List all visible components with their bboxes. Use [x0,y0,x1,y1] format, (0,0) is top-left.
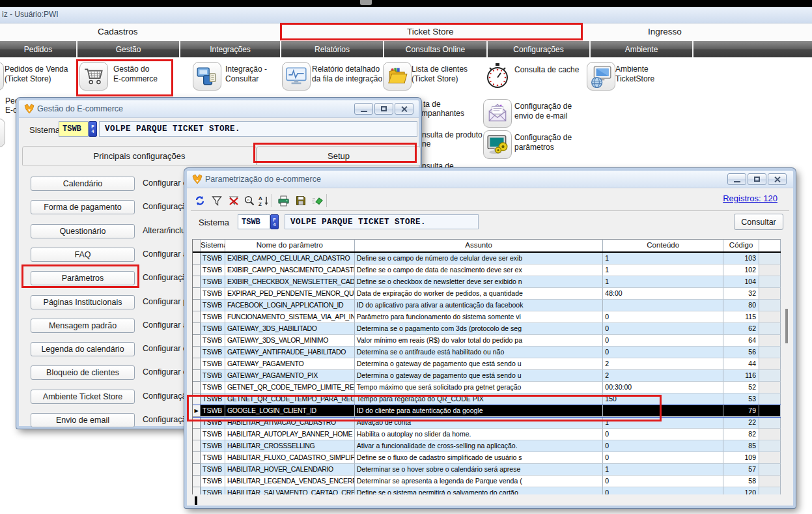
sistema-name-field[interactable]: VOLPE PARQUE TICKET STORE. [99,121,417,137]
shortcut-gestao-ecommerce[interactable] [79,62,108,91]
menu-item-ingresso[interactable]: Ingresso [648,27,682,36]
print-icon[interactable] [277,194,290,207]
run-clear-icon[interactable] [311,194,324,207]
table-row[interactable]: TSWBHABILITAR_AUTOPLAY_BANNER_HOMEHabili… [193,429,781,440]
table-row[interactable]: TSWBEXPIRAR_PED_PENDENTE_MENOR_QUEData d… [193,288,781,300]
cell-conteudo: 1 [603,464,723,476]
button-envio-de-email[interactable]: Envio de email [31,413,135,427]
ribbon-tab-4[interactable]: Relatórios [281,41,384,57]
shortcut-consulta-cache-label[interactable]: Consulta de cache [514,65,579,75]
cut-off-icon [0,62,4,91]
sort-az-icon[interactable]: A Z [257,194,270,207]
table-row[interactable]: TSWBGATEWAY_ANTIFRAUDE_HABILITADODetermi… [193,347,781,358]
tab-setup[interactable]: Setup [257,146,421,165]
row-indicator [193,429,201,440]
shortcut-config-email-label[interactable]: Configuração de envio de e-mail [514,102,572,121]
ribbon-tab-2[interactable]: Gestão [77,41,180,57]
table-row[interactable]: TSWBFUNCIONAMENTO_SISTEMA_VIA_API_INTEPa… [193,311,781,323]
refresh-icon[interactable] [193,194,206,207]
button-forma-de-pagamento[interactable]: Forma de pagamento [31,200,135,214]
table-row[interactable]: TSWBHABILITAR_CROSSSELLINGAtivar a funci… [193,440,781,452]
close-button[interactable] [395,103,413,115]
table-row[interactable]: TSWBGATEWAY_PAGAMENTO_PIXDetermina o gat… [193,370,781,382]
find-icon[interactable]: n [243,194,256,207]
f4-lookup-button[interactable]: F4 [89,121,97,137]
filter-icon[interactable] [210,194,223,207]
fox-app-icon [24,104,35,114]
ribbon-tab-5[interactable]: Consultas Online [384,41,488,57]
sistema-code-field[interactable]: TSWB [238,214,270,229]
button-question-rio[interactable]: Questionário [31,224,135,238]
shortcut-ambiente-ticketstore[interactable] [587,62,615,91]
ribbon-tab-7[interactable]: Ambiente [591,41,693,57]
sistema-name-field[interactable]: VOLPE PARQUE TICKET STORE. [285,214,479,229]
f4-lookup-button[interactable]: F4 [270,214,279,229]
table-row[interactable]: TSWBFACEBOOK_LOGIN_APPLICATION_IDID do a… [193,300,781,311]
ribbon-tab-6[interactable]: Configurações [488,41,591,57]
button-calend-rio[interactable]: Calendário [31,177,135,191]
column-header-0[interactable]: Sistema [201,240,225,251]
table-row[interactable]: ▶TSWBGOOGLE_LOGIN_CLIENT_IDID do cliente… [193,405,781,417]
button-legenda-do-calend-rio[interactable]: Legenda do calendário [31,342,135,356]
clear-filter-icon[interactable] [227,194,240,207]
shortcut-ambiente-ticketstore-label[interactable]: Ambiente TicketStore [615,64,654,83]
table-row[interactable]: TSWBGETNET_QR_CODE_TEMPO_LIMITE_REGETemp… [193,382,781,393]
menu-item-ticket-store[interactable]: Ticket Store [407,27,454,36]
button-p-ginas-institucionais[interactable]: Páginas Institucionais [31,295,135,309]
vertical-scrollbar[interactable] [785,309,788,343]
shortcut-relatorio-fila[interactable] [282,62,311,91]
tab-principais-configuracoes[interactable]: Principais configurações [22,146,257,165]
ribbon-tab-3[interactable]: Integrações [180,41,281,57]
maximize-button[interactable] [374,103,393,115]
shortcut-pedidos-venda[interactable]: Pedidos de Venda (Ticket Store) [5,64,68,83]
button-mensagem-padr-o[interactable]: Mensagem padrão [31,319,135,333]
cell-sistema: TSWB [201,276,225,288]
shortcut-relatorio-fila-label[interactable]: Relatório detalhado da fila de integraçã… [312,64,382,83]
sistema-code-field[interactable]: TSWB [59,121,89,137]
column-header-4[interactable]: Código [723,240,759,251]
shortcut-integracao-label[interactable]: Integração - Consultar [225,64,267,83]
column-header-3[interactable]: Conteúdo [603,240,723,251]
column-header-1[interactable]: Nome do parâmetro [225,240,355,251]
shortcut-config-email[interactable] [483,99,512,128]
shortcut-config-parametros[interactable] [483,130,512,159]
shortcut-integracao[interactable] [193,62,221,91]
shortcut-consulta-cache[interactable] [483,62,512,91]
maximize-button[interactable] [748,173,766,185]
table-row[interactable]: TSWBGATEWAY_3DS_VALOR_MINIMOValor mínimo… [193,335,781,347]
button-par-metros[interactable]: Parâmetros [31,271,135,285]
environment-icon [587,62,615,91]
registros-link[interactable]: Registros: 120 [723,193,777,203]
table-row[interactable]: TSWBGATEWAY_PAGAMENTODetermina o gateway… [193,358,781,370]
button-description: Configuraçã [143,273,186,282]
table-row[interactable]: TSWBHABILITAR_LEGENDA_VENDAS_ENCERRADDet… [193,476,781,487]
table-row[interactable]: TSWBEXIBIR_CAMPO_NASCIMENTO_CADASTRODefi… [193,264,781,276]
table-row[interactable]: TSWBEXIBIR_CAMPO_CELULAR_CADASTRODefine … [193,253,781,264]
button-bloqueio-de-clientes[interactable]: Bloqueio de clientes [31,365,135,380]
close-button[interactable] [768,173,787,185]
menu-item-cadastros[interactable]: Cadastros [98,27,138,36]
consultar-button[interactable]: Consultar [734,214,783,230]
button-faq[interactable]: FAQ [31,248,135,262]
button-ambiente-ticket-store[interactable]: Ambiente Ticket Store [31,390,135,404]
cell-assunto: Determinar se apresenta a legenda de Par… [355,476,604,487]
button-description: Configurar c [143,178,187,188]
table-row[interactable]: TSWBHABILITAR_FLUXO_CADASTRO_SIMPLIFICAD… [193,452,781,464]
minimize-button[interactable] [354,103,373,115]
column-header-2[interactable]: Assunto [355,240,604,251]
shortcut-lista-clientes[interactable] [383,62,412,91]
table-row[interactable]: TSWBHABILITAR_HOVER_CALENDARIODeterminar… [193,464,781,476]
shortcut-gestao-ecommerce-label[interactable]: Gestão do E-commerce [113,64,158,83]
save-icon[interactable] [294,194,307,207]
button-description: Configurar p [143,297,188,306]
table-row[interactable]: TSWBGETNET_QR_CODE_TEMPO_PARA_REGERTempo… [193,393,781,405]
cell-assunto: Define se o checkbox de newsletter deve … [355,276,604,288]
shortcut-config-parametros-label[interactable]: Configuração de parâmetros [514,133,572,152]
table-row[interactable]: TSWBHABILITAR_ATIVACAO_CADASTROAtivação … [193,417,781,429]
table-row[interactable]: TSWBHABILITAR_SALVAMENTO_CARTAO_CREDITDe… [193,487,781,494]
ribbon-tab-1[interactable]: Pedidos [0,41,77,57]
shortcut-lista-clientes-label[interactable]: Lista de clientes (Ticket Store) [412,64,468,83]
table-row[interactable]: TSWBEXIBIR_CHECKBOX_NEWSLETTER_CADASDefi… [193,276,781,288]
table-row[interactable]: TSWBGATEWAY_3DS_HABILITADODetermina se o… [193,323,781,335]
minimize-button[interactable] [727,173,746,185]
